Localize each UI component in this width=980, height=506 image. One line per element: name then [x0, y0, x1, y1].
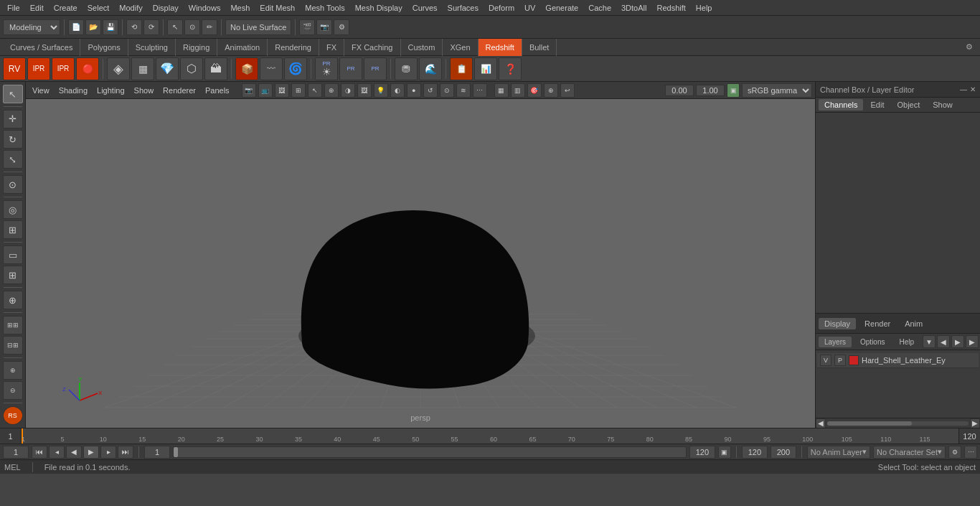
vp-select-icon[interactable]: ↖: [308, 83, 322, 98]
render-settings-button[interactable]: ⚙: [334, 19, 349, 35]
open-file-button[interactable]: 📂: [85, 19, 101, 35]
shelf-tab-curves-surfaces[interactable]: Curves / Surfaces: [3, 39, 80, 56]
layer-subtab-layers[interactable]: Layers: [819, 337, 852, 347]
go-end-button[interactable]: ⏭: [118, 446, 133, 459]
vp-tex-icon[interactable]: 🖼: [357, 83, 372, 98]
rs-render-icon[interactable]: RV: [3, 57, 26, 80]
color-mode-btn[interactable]: ▣: [727, 83, 740, 98]
layer-visibility-btn[interactable]: V: [820, 355, 831, 366]
rs-icon4[interactable]: 🔴: [76, 57, 99, 80]
shelf-tab-polygons[interactable]: Polygons: [80, 39, 128, 56]
rs-icon10[interactable]: 📦: [235, 57, 258, 80]
shelf-tab-custom[interactable]: Custom: [401, 39, 443, 56]
menu-create[interactable]: Create: [50, 2, 82, 14]
shelf-tab-animation[interactable]: Animation: [217, 39, 268, 56]
step-forward-button[interactable]: ▸: [100, 446, 116, 459]
viewport-panels-menu[interactable]: Panels: [202, 85, 233, 96]
vp-grid-icon[interactable]: ⊞: [291, 83, 306, 98]
menu-mesh-tools[interactable]: Mesh Tools: [301, 2, 349, 14]
vp-occlusion-icon[interactable]: ●: [407, 83, 421, 98]
layer-btn2[interactable]: ◀: [937, 335, 950, 348]
save-file-button[interactable]: 💾: [103, 19, 118, 35]
layer-tab-display[interactable]: Display: [819, 318, 856, 329]
menu-modify[interactable]: Modify: [115, 2, 146, 14]
rs-icon17[interactable]: 📋: [450, 57, 473, 80]
vp-hud-icon[interactable]: 🎯: [527, 83, 542, 98]
vp-shade-icon[interactable]: ◑: [341, 83, 355, 98]
layer-subtab-options[interactable]: Options: [854, 337, 890, 347]
layer-playback-btn[interactable]: P: [834, 355, 846, 366]
icon-c-lt[interactable]: ⊕: [3, 361, 23, 380]
rp-minimize-btn[interactable]: —: [960, 85, 967, 93]
sym-lt[interactable]: ⊞: [3, 220, 23, 239]
rs-logo-lt[interactable]: RS: [3, 406, 23, 425]
layer-btn4[interactable]: ▶: [966, 335, 979, 348]
viewport-lighting-menu[interactable]: Lighting: [93, 85, 128, 96]
menu-generate[interactable]: Generate: [541, 2, 583, 14]
menu-redshift[interactable]: Redshift: [652, 2, 689, 14]
layer-subtab-help[interactable]: Help: [893, 337, 920, 347]
redo-button[interactable]: ⟳: [143, 19, 159, 35]
rect-lt[interactable]: ▭: [3, 245, 23, 264]
rs-icon8[interactable]: ⬡: [180, 57, 203, 80]
vp-snap-icon[interactable]: ⊕: [324, 83, 339, 98]
anim-end2-field[interactable]: [771, 446, 796, 459]
undo-button[interactable]: ⟲: [126, 19, 142, 35]
icon-a-lt[interactable]: ⊞⊞: [3, 316, 23, 334]
shelf-tab-xgen[interactable]: XGen: [443, 39, 478, 56]
shelf-tab-redshift[interactable]: Redshift: [479, 39, 522, 56]
shelf-tab-rendering[interactable]: Rendering: [268, 39, 319, 56]
timeline-ruler[interactable]: 1510152025303540455055606570758085909510…: [22, 428, 958, 444]
vp-shadow-icon[interactable]: ◐: [390, 83, 405, 98]
play-forward-button[interactable]: ▶: [83, 446, 99, 459]
vp-light-icon[interactable]: 💡: [374, 83, 388, 98]
shelf-tab-fx-caching[interactable]: FX Caching: [344, 39, 400, 56]
rs-icon12[interactable]: 🌀: [284, 57, 307, 80]
vp-spin-icon[interactable]: ↩: [560, 83, 575, 98]
soft-select-lt[interactable]: ◎: [3, 200, 23, 219]
ipr-button[interactable]: 📷: [316, 19, 332, 35]
vp-cam-icon[interactable]: 📷: [242, 83, 256, 98]
vp-res-icon[interactable]: ▦: [494, 83, 509, 98]
go-start-button[interactable]: ⏮: [32, 446, 47, 459]
rs-icon7[interactable]: 💎: [156, 57, 179, 80]
char-set-more[interactable]: ⋯: [964, 446, 977, 459]
menu-mesh[interactable]: Mesh: [226, 2, 254, 14]
vp-icon2[interactable]: 📺: [258, 83, 273, 98]
rs-ipr-icon[interactable]: IPR: [27, 57, 50, 80]
rs-icon16[interactable]: 🌊: [419, 57, 442, 80]
menu-mesh-display[interactable]: Mesh Display: [351, 2, 407, 14]
select-tool-button[interactable]: ↖: [167, 19, 183, 35]
viewport-shading-menu[interactable]: Shading: [55, 85, 91, 96]
vp-res2-icon[interactable]: ▥: [511, 83, 525, 98]
shelf-tab-bullet[interactable]: Bullet: [522, 39, 557, 56]
menu-deform[interactable]: Deform: [484, 2, 519, 14]
rs-icon6[interactable]: ▦: [131, 57, 154, 80]
layer-tab-anim[interactable]: Anim: [899, 318, 928, 329]
lasso-lt[interactable]: ⊙: [3, 175, 23, 194]
new-file-button[interactable]: 📄: [68, 19, 84, 35]
menu-cache[interactable]: Cache: [584, 2, 616, 14]
render-button[interactable]: 🎬: [299, 19, 315, 35]
vp-icon3[interactable]: 🖼: [275, 83, 289, 98]
layer-scroll-left[interactable]: ◀: [816, 418, 826, 428]
menu-uv[interactable]: UV: [520, 2, 540, 14]
menu-3dto[interactable]: 3DtoAll: [617, 2, 651, 14]
viewport[interactable]: View Shading Lighting Show Renderer Pane…: [26, 82, 815, 428]
paint-select-button[interactable]: ✏: [202, 19, 217, 35]
anim-layer-dropdown[interactable]: No Anim Layer▾: [807, 446, 870, 459]
menu-curves[interactable]: Curves: [408, 2, 442, 14]
shelf-settings-button[interactable]: ⚙: [961, 39, 977, 55]
rs-icon9[interactable]: 🏔: [204, 57, 227, 80]
icon-d-lt[interactable]: ⊖: [3, 381, 23, 400]
vp-pivot-icon[interactable]: ⊕: [544, 83, 558, 98]
rs-icon11[interactable]: 〰: [260, 57, 283, 80]
shelf-tab-sculpting[interactable]: Sculpting: [128, 39, 176, 56]
char-set-dropdown[interactable]: No Character Set▾: [873, 446, 946, 459]
play-back-button[interactable]: ◀: [66, 446, 82, 459]
layer-btn3[interactable]: ▶: [951, 335, 964, 348]
lasso-select-button[interactable]: ⊙: [184, 19, 200, 35]
char-set-settings[interactable]: ⚙: [948, 446, 961, 459]
ch-tab-edit[interactable]: Edit: [864, 99, 890, 111]
shelf-tab-rigging[interactable]: Rigging: [176, 39, 217, 56]
